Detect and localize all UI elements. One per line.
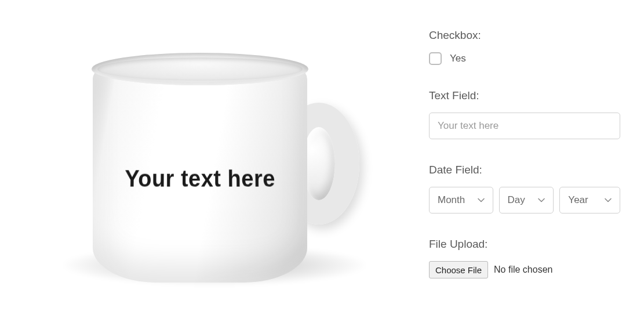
chevron-down-icon xyxy=(605,197,612,204)
date-select-row: Month Day Year xyxy=(429,187,620,213)
choose-file-button[interactable]: Choose File xyxy=(429,261,488,278)
day-select[interactable]: Day xyxy=(499,187,554,213)
mug-rim-inner xyxy=(97,57,303,81)
product-preview: Your text here xyxy=(0,17,406,316)
text-field-group: Text Field: xyxy=(429,89,620,139)
month-select-value: Month xyxy=(438,194,465,206)
date-field-group: Date Field: Month Day Year xyxy=(429,164,620,213)
checkbox-option-label: Yes xyxy=(450,53,466,64)
file-upload-status: No file chosen xyxy=(494,265,552,275)
year-select-value: Year xyxy=(568,194,588,206)
text-field-label: Text Field: xyxy=(429,89,620,102)
month-select[interactable]: Month xyxy=(429,187,493,213)
mug-custom-text: Your text here xyxy=(93,166,307,192)
file-upload-row: Choose File No file chosen xyxy=(429,261,620,278)
chevron-down-icon xyxy=(538,197,545,204)
mug-image: Your text here xyxy=(23,27,383,306)
year-select[interactable]: Year xyxy=(559,187,620,213)
checkbox-field-group: Checkbox: Yes xyxy=(429,29,620,65)
customization-form: Checkbox: Yes Text Field: Date Field: Mo… xyxy=(406,17,626,316)
file-upload-label: File Upload: xyxy=(429,238,620,251)
file-upload-group: File Upload: Choose File No file chosen xyxy=(429,238,620,278)
date-field-label: Date Field: xyxy=(429,164,620,176)
mug-body: Your text here xyxy=(93,62,307,283)
checkbox-label: Checkbox: xyxy=(429,29,620,42)
checkbox-input[interactable] xyxy=(429,52,442,65)
mug-rim xyxy=(92,53,308,85)
choose-file-button-label: Choose File xyxy=(435,265,482,275)
day-select-value: Day xyxy=(508,194,525,206)
chevron-down-icon xyxy=(478,197,485,204)
text-field-input[interactable] xyxy=(429,113,620,139)
checkbox-row: Yes xyxy=(429,52,620,65)
